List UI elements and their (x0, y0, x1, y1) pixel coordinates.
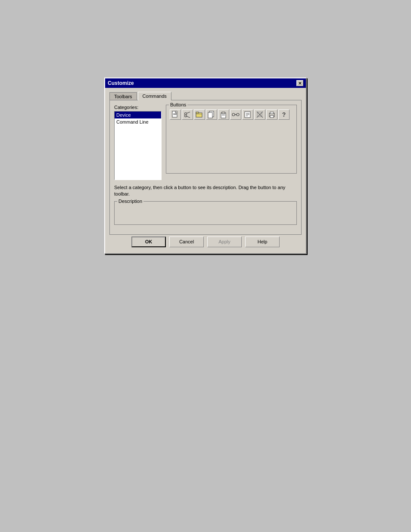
new-doc-icon (171, 111, 179, 118)
toolbar-buttons-container: ? (170, 109, 293, 120)
help-button[interactable]: Help (245, 236, 280, 247)
svg-point-16 (232, 113, 235, 116)
svg-rect-8 (196, 112, 199, 113)
open-folder-icon (196, 111, 203, 118)
dialog-body: Toolbars Commands Categories: Device Com… (105, 88, 306, 253)
apply-button[interactable]: Apply (207, 236, 242, 247)
svg-rect-28 (270, 115, 274, 118)
question-icon: ? (282, 111, 286, 118)
tab-bar: Toolbars Commands (109, 91, 302, 100)
close-button[interactable]: ✕ (296, 80, 303, 86)
svg-rect-0 (172, 111, 177, 117)
toolbar-btn-1[interactable] (170, 109, 181, 120)
categories-label: Categories: (114, 105, 162, 110)
list-item-command-line[interactable]: Command Line (115, 118, 161, 125)
copy-icon (208, 111, 215, 118)
toolbar-btn-8[interactable] (254, 109, 265, 120)
properties-icon (244, 111, 252, 118)
toolbar-btn-9[interactable] (266, 109, 277, 120)
buttons-group-label: Buttons (169, 102, 187, 107)
svg-rect-11 (208, 112, 212, 118)
toolbar-btn-6[interactable] (230, 109, 241, 120)
tab-content-commands: Categories: Device Command Line Buttons (109, 100, 302, 235)
description-group: Description (114, 201, 297, 225)
categories-list[interactable]: Device Command Line (114, 111, 162, 180)
customize-dialog: Customize ✕ Toolbars Commands Categories… (104, 78, 307, 254)
ok-button[interactable]: OK (131, 236, 166, 247)
paste-icon (220, 111, 227, 118)
svg-point-3 (185, 113, 187, 115)
buttons-panel: Buttons (166, 105, 297, 180)
scissors-icon (184, 111, 191, 118)
svg-rect-13 (222, 112, 225, 114)
svg-point-4 (185, 115, 187, 117)
two-column-layout: Categories: Device Command Line Buttons (114, 105, 297, 180)
toolbar-btn-10[interactable]: ? (278, 109, 290, 120)
list-item-device[interactable]: Device (115, 112, 161, 118)
dialog-buttons: OK Cancel Apply Help (109, 235, 302, 249)
svg-point-17 (237, 113, 239, 116)
toolbar-btn-7[interactable] (242, 109, 253, 120)
svg-rect-27 (270, 112, 274, 114)
tab-commands[interactable]: Commands (138, 92, 171, 100)
dialog-title: Customize (108, 80, 134, 86)
svg-line-5 (187, 112, 190, 113)
print-icon (268, 111, 276, 118)
toolbar-btn-4[interactable] (206, 109, 217, 120)
description-label: Description (117, 199, 143, 204)
disconnect-icon (256, 111, 264, 118)
cancel-button[interactable]: Cancel (169, 236, 204, 247)
categories-panel: Categories: Device Command Line (114, 105, 162, 180)
toolbar-btn-2[interactable] (182, 109, 193, 120)
svg-line-6 (187, 116, 190, 118)
title-bar: Customize ✕ (105, 78, 306, 88)
toolbar-btn-5[interactable] (218, 109, 229, 120)
connect-icon (232, 111, 240, 118)
buttons-group: Buttons (166, 105, 297, 174)
help-text: Select a category, then click a button t… (114, 184, 297, 198)
toolbar-btn-3[interactable] (194, 109, 205, 120)
